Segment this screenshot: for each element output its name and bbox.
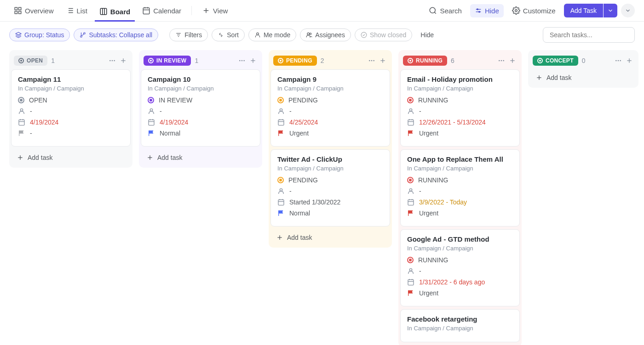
task-card[interactable]: Facebook retargetingIn Campaign / Campai… <box>400 309 520 342</box>
card-status-row: IN REVIEW <box>148 96 253 104</box>
task-card[interactable]: One App to Replace Them AllIn Campaign /… <box>400 149 520 226</box>
tab-overview[interactable]: Overview <box>9 4 58 17</box>
plus-icon <box>509 57 516 64</box>
sort-pill[interactable]: Sort <box>212 28 245 41</box>
column-add-button[interactable] <box>508 56 517 65</box>
filters-pill[interactable]: Filters <box>169 28 208 41</box>
column-more-button[interactable] <box>108 56 117 65</box>
nav-tabs: Overview List Board Calendar View <box>9 4 232 17</box>
svg-rect-1 <box>19 7 21 10</box>
card-date-row: 4/19/2024 <box>18 119 124 126</box>
task-card[interactable]: Campaign 9In Campaign / CampaignPENDING-… <box>270 69 390 147</box>
status-pill[interactable]: PENDING <box>273 56 317 66</box>
gear-icon <box>512 6 520 15</box>
status-pill[interactable]: OPEN <box>14 56 47 66</box>
top-nav: Overview List Board Calendar View Search… <box>0 0 644 22</box>
assignee-icon <box>407 107 414 115</box>
status-dot-icon <box>407 177 414 183</box>
card-priority: Urgent <box>419 130 438 137</box>
hide-button[interactable]: Hide <box>470 4 504 17</box>
card-breadcrumb: In Campaign / Campaign <box>407 85 513 92</box>
svg-point-23 <box>477 9 478 10</box>
task-card[interactable]: Campaign 11In Campaign / CampaignOPEN-4/… <box>11 69 131 147</box>
column-actions <box>614 56 634 65</box>
toolbar-hide-button[interactable]: Hide <box>416 29 438 41</box>
column-actions <box>367 56 387 65</box>
add-task-button[interactable]: Add Task <box>564 4 603 17</box>
tab-add-view[interactable]: View <box>197 4 232 17</box>
status-pill[interactable]: CONCEPT <box>533 56 578 66</box>
column-more-button[interactable] <box>237 56 247 65</box>
plus-icon <box>379 57 386 64</box>
task-card[interactable]: Twitter Ad - ClickUpIn Campaign / Campai… <box>270 149 390 226</box>
svg-point-53 <box>150 109 152 111</box>
label: Assignees <box>315 31 345 39</box>
card-status-row: OPEN <box>18 96 124 104</box>
add-task-button[interactable]: Add task <box>270 229 390 246</box>
svg-point-65 <box>280 109 282 111</box>
card-status: PENDING <box>288 176 318 184</box>
column-actions <box>497 56 517 65</box>
card-date: 4/19/2024 <box>30 119 58 126</box>
column-add-button[interactable] <box>119 56 128 65</box>
column-add-button[interactable] <box>378 56 387 65</box>
group-pill[interactable]: Group: Status <box>9 28 70 41</box>
customize-button[interactable]: Customize <box>507 4 560 17</box>
card-assignee: - <box>289 107 292 115</box>
svg-point-79 <box>503 60 504 62</box>
add-task-button[interactable]: Add task <box>530 69 637 86</box>
card-priority: Normal <box>289 209 310 217</box>
svg-point-99 <box>620 60 621 62</box>
tab-label: Board <box>110 8 130 16</box>
tab-label: List <box>77 7 87 15</box>
task-card[interactable]: Email - Holiday promotionIn Campaign / C… <box>400 69 520 147</box>
calendar-icon <box>142 6 150 15</box>
board: OPEN1Campaign 11In Campaign / CampaignOP… <box>0 45 644 345</box>
column-count: 0 <box>582 57 586 64</box>
column-more-button[interactable] <box>497 56 506 65</box>
tab-board[interactable]: Board <box>95 5 135 22</box>
card-status-row: RUNNING <box>407 96 513 104</box>
card-title: Email - Holiday promotion <box>407 75 513 83</box>
label: Show closed <box>370 31 406 39</box>
task-card[interactable]: Google Ad - GTD methodIn Campaign / Camp… <box>400 229 520 306</box>
add-task-dropdown[interactable] <box>604 4 617 17</box>
status-pill[interactable]: IN REVIEW <box>144 56 191 66</box>
add-task-button[interactable]: Add task <box>11 149 131 166</box>
svg-point-50 <box>243 60 245 62</box>
label: Add Task <box>570 7 597 14</box>
assignees-pill[interactable]: Assignees <box>300 28 351 41</box>
card-status-row: PENDING <box>277 96 383 104</box>
subtasks-pill[interactable]: Subtasks: Collapse all <box>74 28 158 41</box>
svg-point-36 <box>109 60 111 62</box>
task-card[interactable]: Campaign 10In Campaign / CampaignIN REVI… <box>141 69 260 147</box>
column-add-button[interactable] <box>248 56 258 65</box>
svg-point-87 <box>409 189 412 191</box>
svg-rect-42 <box>19 120 24 125</box>
search-button[interactable]: Search <box>424 4 466 17</box>
column-more-button[interactable] <box>367 56 376 65</box>
card-date: Started 1/30/2022 <box>289 198 340 206</box>
card-priority: Urgent <box>419 289 438 297</box>
column-add-button[interactable] <box>625 56 634 65</box>
card-assignee: - <box>419 107 421 115</box>
svg-rect-54 <box>149 120 154 125</box>
tab-calendar[interactable]: Calendar <box>138 4 186 17</box>
search-box <box>543 27 635 43</box>
me-mode-pill[interactable]: Me mode <box>248 28 296 41</box>
card-date: 4/19/2024 <box>160 119 188 126</box>
card-date: 1/31/2022 - 6 days ago <box>419 278 485 286</box>
tab-list[interactable]: List <box>61 4 92 17</box>
users-icon <box>306 32 312 38</box>
card-assignee-row: - <box>277 187 383 195</box>
more-icon <box>368 57 375 64</box>
add-task-button[interactable]: Add task <box>141 149 260 166</box>
status-pill[interactable]: RUNNING <box>403 56 447 66</box>
show-closed-pill[interactable]: Show closed <box>355 28 412 41</box>
grid-icon <box>14 6 22 15</box>
column-more-button[interactable] <box>614 56 623 65</box>
more-menu-button[interactable] <box>621 4 635 17</box>
card-assignee-row: - <box>18 107 124 115</box>
search-input[interactable] <box>543 27 635 43</box>
svg-rect-13 <box>143 8 150 14</box>
